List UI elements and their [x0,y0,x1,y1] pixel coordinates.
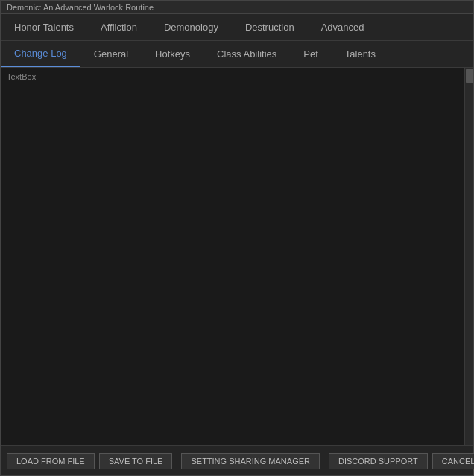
app-window: Demonic: An Advanced Warlock Routine Hon… [0,0,474,476]
tab-hotkeys[interactable]: Hotkeys [142,41,203,67]
setting-sharing-manager-button[interactable]: SETTING SHARING MANAGER [181,453,320,469]
textbox-label: TextBox [7,72,36,81]
tab-class-abilities[interactable]: Class Abilities [203,41,290,67]
scrollbar-thumb[interactable] [466,69,473,83]
title-bar: Demonic: An Advanced Warlock Routine [1,1,473,14]
nav-advanced[interactable]: Advanced [308,14,378,40]
title-bar-label: Demonic: An Advanced Warlock Routine [7,3,154,12]
tab-change-log[interactable]: Change Log [1,41,80,67]
nav-honor-talents[interactable]: Honor Talents [1,14,87,40]
discord-support-button[interactable]: DISCORD SUPPORT [329,453,428,469]
load-from-file-button[interactable]: LOAD FROM FILE [7,453,95,469]
tab-pet[interactable]: Pet [290,41,332,67]
tab-general[interactable]: General [80,41,142,67]
footer: LOAD FROM FILE SAVE TO FILE SETTING SHAR… [1,445,473,475]
nav-affliction[interactable]: Affliction [87,14,151,40]
nav-demonology[interactable]: Demonology [151,14,232,40]
nav-destruction[interactable]: Destruction [232,14,308,40]
tab-talents[interactable]: Talents [332,41,389,67]
nav-top: Honor Talents Affliction Demonology Dest… [1,14,473,41]
content-area: TextBox [1,68,473,445]
scrollbar[interactable] [464,68,473,445]
save-to-file-button[interactable]: SAVE TO FILE [99,453,173,469]
cancel-button[interactable]: CANCEL [432,453,474,469]
nav-bottom: Change Log General Hotkeys Class Abiliti… [1,41,473,68]
